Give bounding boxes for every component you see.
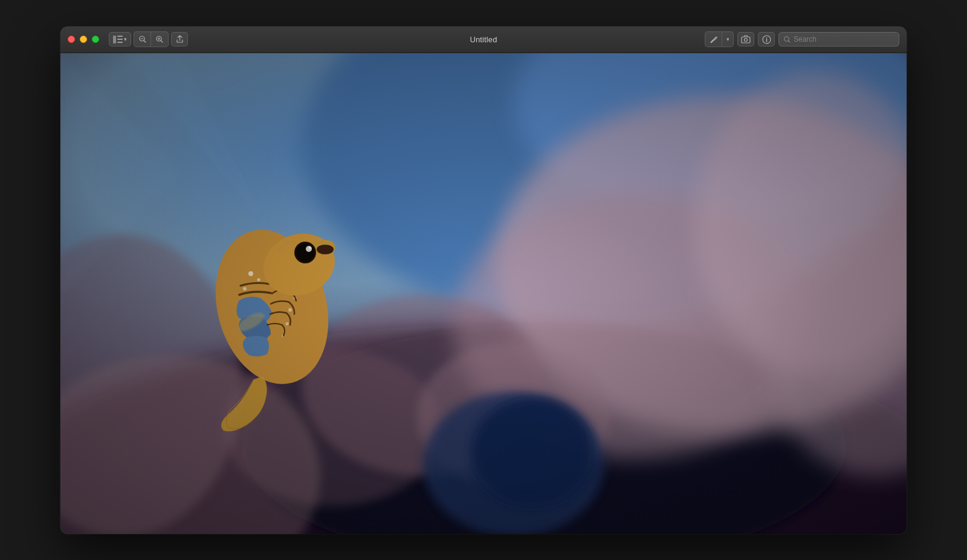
svg-rect-3 <box>117 42 123 43</box>
svg-rect-1 <box>117 36 123 37</box>
svg-rect-11 <box>742 37 750 43</box>
zoom-in-icon <box>156 36 163 43</box>
toolbar-left: ▾ <box>109 31 188 47</box>
share-icon <box>176 35 184 43</box>
svg-line-17 <box>789 40 791 42</box>
maximize-button[interactable] <box>92 36 99 43</box>
zoom-in-button[interactable] <box>151 32 168 47</box>
minimize-button[interactable] <box>80 36 87 43</box>
search-icon <box>784 36 791 43</box>
chevron-down-icon: ▾ <box>124 36 127 42</box>
share-button[interactable] <box>171 32 188 47</box>
search-box[interactable] <box>778 32 899 47</box>
camera-button[interactable] <box>737 32 754 47</box>
info-button[interactable] <box>758 32 775 47</box>
traffic-lights <box>68 36 99 43</box>
svg-point-12 <box>745 39 748 42</box>
pen-tool-group: ▾ <box>705 31 734 47</box>
svg-line-10 <box>161 41 163 43</box>
chevron-down-icon: ▾ <box>726 36 729 42</box>
sidebar-toggle-button[interactable]: ▾ <box>109 32 131 47</box>
photo-display <box>60 53 907 534</box>
camera-icon <box>741 35 751 43</box>
svg-point-15 <box>766 37 767 38</box>
titlebar: ▾ <box>60 27 907 53</box>
window-title: Untitled <box>470 35 497 44</box>
svg-rect-2 <box>117 39 123 40</box>
info-icon <box>762 35 771 44</box>
svg-line-6 <box>144 41 146 43</box>
zoom-out-icon <box>139 36 146 43</box>
pen-icon <box>710 36 717 43</box>
app-window: ▾ <box>60 27 907 534</box>
zoom-out-button[interactable] <box>134 32 151 47</box>
svg-rect-0 <box>113 36 116 43</box>
search-input[interactable] <box>794 35 894 43</box>
close-button[interactable] <box>68 36 75 43</box>
content-area <box>60 53 907 534</box>
pen-tool-button[interactable] <box>705 32 722 47</box>
zoom-controls <box>134 31 169 47</box>
pen-tool-dropdown[interactable]: ▾ <box>722 32 733 47</box>
toolbar-right: ▾ <box>705 31 899 47</box>
sidebar-icon <box>113 36 123 43</box>
